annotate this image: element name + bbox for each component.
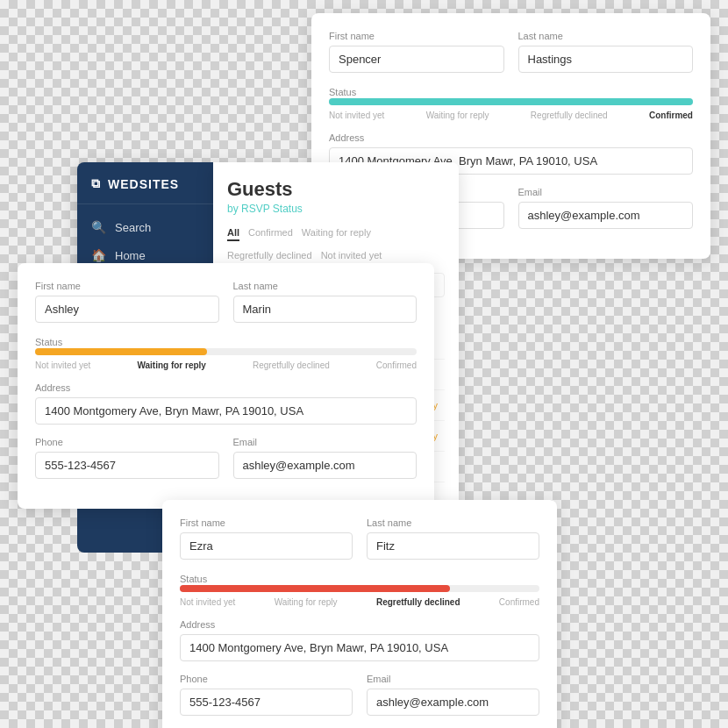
ashley-status-label: Status <box>35 337 62 347</box>
guests-title: Guests <box>227 178 445 201</box>
ashley-status-fill <box>35 348 207 355</box>
ezra-email-label: Email <box>367 674 539 684</box>
ashley-phone-label: Phone <box>35 437 219 447</box>
spencer-first-name-label: First name <box>329 31 504 41</box>
sidebar-home-label: Home <box>115 249 146 262</box>
ezra-status-section: Status Not invited yet Waiting for reply… <box>180 572 539 607</box>
tab-waiting[interactable]: Waiting for reply <box>302 227 371 241</box>
spencer-status-confirmed: Confirmed <box>649 111 693 120</box>
ezra-status-labels: Not invited yet Waiting for reply Regret… <box>180 597 539 607</box>
ezra-first-name-input[interactable] <box>180 532 353 560</box>
ashley-status-waiting: Waiting for reply <box>137 360 206 370</box>
ashley-status-track <box>35 348 417 355</box>
spencer-status-declined: Regretfully declined <box>531 111 608 120</box>
spencer-status-fill <box>329 98 693 105</box>
ezra-status-track <box>180 585 539 592</box>
ezra-address-input[interactable] <box>180 634 539 661</box>
ezra-last-name-label: Last name <box>367 517 539 528</box>
spencer-status-label: Status <box>329 87 356 97</box>
ezra-email-input[interactable] <box>367 689 539 716</box>
spencer-address-label: Address <box>329 132 693 143</box>
card-ezra: First name Last name Status Not invited … <box>162 500 557 728</box>
ezra-status-fill <box>180 585 450 592</box>
tab-all[interactable]: All <box>227 227 239 241</box>
search-icon: 🔍 <box>91 220 106 234</box>
guests-subtitle: by RSVP Status <box>227 203 445 215</box>
spencer-email-label: Email <box>518 187 694 197</box>
spencer-status-not-invited: Not invited yet <box>329 111 384 120</box>
logo-icon: ⧉ <box>91 176 101 191</box>
ezra-phone-input[interactable] <box>180 689 353 716</box>
ashley-status-labels: Not invited yet Waiting for reply Regret… <box>35 360 417 370</box>
spencer-last-name-label: Last name <box>518 31 694 41</box>
tab-declined[interactable]: Regretfully declined <box>227 250 312 262</box>
spencer-email-input[interactable] <box>518 202 694 229</box>
ashley-status-section: Status Not invited yet Waiting for reply… <box>35 335 417 370</box>
ezra-first-name-label: First name <box>180 517 353 528</box>
ezra-status-waiting: Waiting for reply <box>275 597 338 607</box>
ashley-address-label: Address <box>35 382 417 393</box>
ezra-status-confirmed: Confirmed <box>499 597 539 607</box>
ezra-status-not-invited: Not invited yet <box>180 597 235 607</box>
ashley-first-name-label: First name <box>35 281 219 291</box>
ashley-email-input[interactable] <box>233 452 418 479</box>
home-icon: 🏠 <box>91 248 106 262</box>
ashley-status-declined: Regretfully declined <box>253 360 330 370</box>
card-ashley: First name Last name Status Not invited … <box>18 263 434 509</box>
sidebar-item-search[interactable]: 🔍 Search <box>77 213 213 241</box>
ashley-last-name-label: Last name <box>233 281 418 291</box>
ashley-phone-input[interactable] <box>35 452 219 479</box>
tab-not-invited[interactable]: Not invited yet <box>321 250 382 262</box>
spencer-status-waiting: Waiting for reply <box>426 111 489 120</box>
guests-tabs: All Confirmed Waiting for reply Regretfu… <box>227 227 445 262</box>
ashley-email-label: Email <box>233 437 418 447</box>
spencer-status-labels: Not invited yet Waiting for reply Regret… <box>329 111 693 120</box>
ashley-status-confirmed: Confirmed <box>376 360 417 370</box>
logo-text: WEDSITES <box>108 177 179 191</box>
ashley-last-name-input[interactable] <box>233 296 418 323</box>
ashley-status-not-invited: Not invited yet <box>35 360 90 370</box>
ezra-address-label: Address <box>180 619 539 630</box>
spencer-status-track <box>329 98 693 105</box>
tab-confirmed[interactable]: Confirmed <box>248 227 293 241</box>
spencer-status-section: Status Not invited yet Waiting for reply… <box>329 85 693 120</box>
sidebar-logo: ⧉ WEDSITES <box>77 176 213 204</box>
ezra-phone-label: Phone <box>180 674 353 684</box>
ashley-address-input[interactable] <box>35 397 417 425</box>
ezra-status-label: Status <box>180 574 207 584</box>
ashley-first-name-input[interactable] <box>35 296 219 323</box>
spencer-last-name-input[interactable] <box>518 46 694 73</box>
ezra-status-declined: Regretfully declined <box>376 597 460 607</box>
spencer-first-name-input[interactable] <box>329 46 504 73</box>
ezra-last-name-input[interactable] <box>367 532 539 560</box>
sidebar-search-label: Search <box>115 221 151 234</box>
